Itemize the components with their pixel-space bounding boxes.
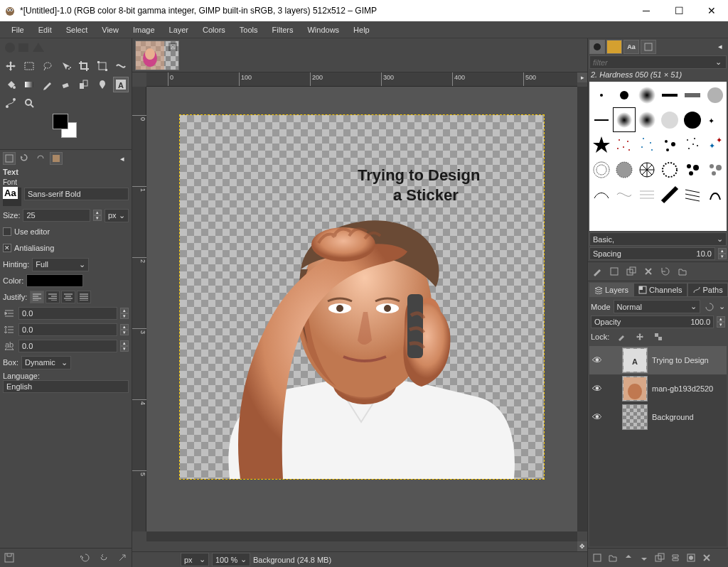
layer-row[interactable]: 👁 Background xyxy=(589,403,727,431)
lower-layer-icon[interactable] xyxy=(638,551,651,564)
size-unit-dropdown[interactable]: px⌄ xyxy=(105,209,129,222)
edit-brush-icon[interactable] xyxy=(591,265,604,278)
justify-left-icon[interactable] xyxy=(30,291,44,303)
indent-field-c[interactable] xyxy=(18,340,117,352)
opacity-value[interactable]: 100.0 xyxy=(690,318,710,326)
redo-tab-icon[interactable] xyxy=(34,152,47,165)
raise-layer-icon[interactable] xyxy=(622,551,635,564)
delete-options-icon[interactable] xyxy=(97,551,110,564)
status-unit-dropdown[interactable]: px⌄ xyxy=(181,553,209,566)
opacity-spinner[interactable]: ▴▾ xyxy=(717,316,725,328)
visibility-icon[interactable]: 👁 xyxy=(592,383,604,394)
reset-options-icon[interactable] xyxy=(116,551,129,564)
tab-paths[interactable]: Paths xyxy=(687,283,728,297)
lock-position-icon[interactable] xyxy=(633,330,646,343)
canvas[interactable]: Trying to Design a Sticker xyxy=(180,115,544,479)
lock-pixels-icon[interactable] xyxy=(615,330,628,343)
delete-layer-icon[interactable] xyxy=(700,551,713,564)
menu-colors[interactable]: Colors xyxy=(196,23,232,36)
indent-field-b[interactable] xyxy=(18,323,117,336)
lock-alpha-icon[interactable] xyxy=(652,330,665,343)
font-field[interactable] xyxy=(24,188,129,200)
menu-layer[interactable]: Layer xyxy=(162,23,196,36)
canvas-viewport[interactable]: Trying to Design a Sticker xyxy=(146,87,577,531)
clone-tool-icon[interactable] xyxy=(76,77,92,92)
minimize-button[interactable]: ─ xyxy=(630,0,663,21)
indent-c-spinner[interactable]: ▴▾ xyxy=(120,340,129,352)
brush-preset-dropdown[interactable]: Basic,⌄ xyxy=(589,232,727,246)
layer-name[interactable]: Background xyxy=(652,413,694,421)
visibility-icon[interactable]: 👁 xyxy=(592,355,604,366)
mask-layer-icon[interactable] xyxy=(685,551,697,564)
mode-dropdown[interactable]: Normal⌄ xyxy=(614,300,700,313)
quickmask-icon[interactable]: ▸ xyxy=(577,72,587,82)
restore-options-icon[interactable] xyxy=(79,551,92,564)
pencil-tool-icon[interactable] xyxy=(40,77,55,92)
menu-filters[interactable]: Filters xyxy=(265,23,301,36)
layer-thumb-bg[interactable] xyxy=(622,404,648,430)
dock-menu-icon[interactable]: ◂ xyxy=(116,152,129,165)
font-icon[interactable]: Aa xyxy=(3,188,21,206)
close-button[interactable]: ✕ xyxy=(695,0,728,21)
layer-row[interactable]: 👁 man-gb193d2520 xyxy=(589,374,727,403)
history-tab-icon[interactable] xyxy=(641,40,656,54)
fonts-tab-icon[interactable]: Aa xyxy=(623,40,639,54)
horizontal-scrollbar[interactable] xyxy=(146,531,577,541)
foreground-color[interactable] xyxy=(53,114,68,129)
menu-windows[interactable]: Windows xyxy=(300,23,346,36)
mode-reset-icon[interactable] xyxy=(703,301,716,313)
menu-edit[interactable]: Edit xyxy=(31,23,59,36)
horizontal-ruler[interactable]: 0 100 200 300 400 500 xyxy=(146,72,577,87)
menu-tools[interactable]: Tools xyxy=(232,23,265,36)
menu-file[interactable]: File xyxy=(4,23,31,36)
brush-filter-input[interactable] xyxy=(590,56,711,68)
tab-layers[interactable]: Layers xyxy=(589,283,633,297)
mode-switch-icon[interactable]: ⌄ xyxy=(719,302,725,311)
zoom-tool-icon[interactable] xyxy=(21,95,37,111)
box-dropdown[interactable]: Dynamic⌄ xyxy=(21,356,71,369)
right-dock-menu-icon[interactable]: ◂ xyxy=(714,40,727,53)
bucket-tool-icon[interactable] xyxy=(3,77,18,92)
visibility-icon[interactable]: 👁 xyxy=(592,411,604,423)
layer-thumb-text[interactable]: A xyxy=(622,347,648,373)
layer-name[interactable]: Trying to Design xyxy=(652,356,709,364)
open-brush-icon[interactable] xyxy=(676,265,689,278)
warp-tool-icon[interactable] xyxy=(113,58,129,74)
menu-view[interactable]: View xyxy=(95,23,126,36)
menu-select[interactable]: Select xyxy=(59,23,95,36)
crop-tool-icon[interactable] xyxy=(76,58,92,74)
save-options-icon[interactable] xyxy=(3,551,16,564)
menu-image[interactable]: Image xyxy=(126,23,162,36)
hinting-dropdown[interactable]: Full⌄ xyxy=(32,258,89,271)
image-tab[interactable]: ⊠ xyxy=(135,40,179,70)
antialias-checkbox[interactable]: ✕ xyxy=(3,244,11,252)
image-tab-close-icon[interactable]: ⊠ xyxy=(168,43,177,51)
new-brush-icon[interactable] xyxy=(608,265,621,278)
vertical-scrollbar[interactable] xyxy=(577,87,587,531)
language-field[interactable] xyxy=(3,380,129,393)
brush-grid[interactable]: ✦ ✦✦ xyxy=(589,82,727,231)
eraser-tool-icon[interactable] xyxy=(58,77,74,92)
layer-row[interactable]: 👁 A Trying to Design xyxy=(589,346,727,374)
vertical-ruler[interactable]: 0 1 2 3 4 5 xyxy=(132,87,146,531)
tab-channels[interactable]: Channels xyxy=(633,283,687,297)
layer-thumb-image[interactable] xyxy=(622,376,648,401)
filter-dropdown-icon[interactable]: ⌄ xyxy=(711,56,726,68)
undo-history-tab-icon[interactable] xyxy=(18,152,31,165)
smudge-tool-icon[interactable] xyxy=(95,77,110,92)
brushes-tab-icon[interactable] xyxy=(589,40,605,54)
move-tool-icon[interactable] xyxy=(3,58,18,74)
patterns-tab-icon[interactable] xyxy=(606,40,622,54)
navigator-icon[interactable]: ✥ xyxy=(577,541,587,551)
text-color-swatch[interactable] xyxy=(26,274,83,287)
size-field[interactable] xyxy=(23,209,90,222)
merge-layer-icon[interactable] xyxy=(669,551,682,564)
maximize-button[interactable]: ☐ xyxy=(663,0,695,21)
fuzzy-select-tool-icon[interactable] xyxy=(58,58,74,74)
duplicate-brush-icon[interactable] xyxy=(625,265,638,278)
tool-options-tab-icon[interactable] xyxy=(3,152,16,165)
selected-brush[interactable] xyxy=(613,107,636,132)
new-layer-icon[interactable] xyxy=(591,551,604,564)
duplicate-layer-icon[interactable] xyxy=(653,551,666,564)
new-group-icon[interactable] xyxy=(606,551,619,564)
